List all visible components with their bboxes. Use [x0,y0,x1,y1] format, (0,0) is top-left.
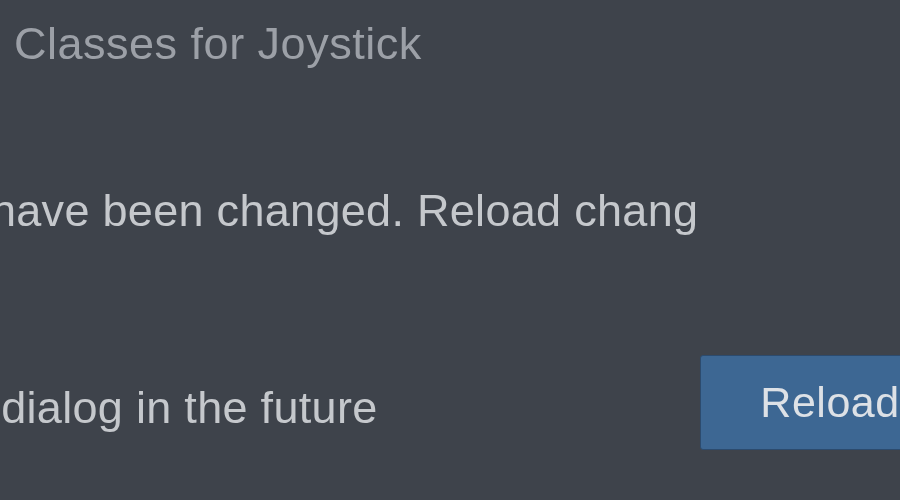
reload-button[interactable]: Reload [700,355,900,450]
suppress-dialog-checkbox-label[interactable]: his dialog in the future [0,382,378,434]
dialog-message: es have been changed. Reload chang [0,185,698,237]
dialog-title: ed Classes for Joystick [0,18,422,70]
